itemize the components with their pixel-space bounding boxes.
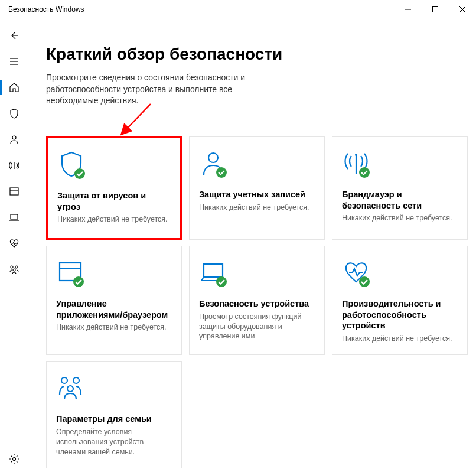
family-icon [56,373,84,402]
minimize-button[interactable] [395,0,422,19]
tile-desc: Никаких действий не требуется. [342,334,458,344]
main-content: Краткий обзор безопасности Просмотрите с… [28,19,476,472]
check-badge-icon [74,168,86,180]
nav-settings[interactable] [0,446,28,472]
tile-title: Защита от вирусов и угроз [57,190,171,213]
nav-family[interactable] [0,256,28,282]
nav-app-control[interactable] [0,178,28,204]
menu-button[interactable] [0,48,28,74]
close-button[interactable] [449,0,476,19]
nav-virus-protection[interactable] [0,100,28,126]
nav-account-protection[interactable] [0,126,28,152]
tile-title: Параметры для семьи [56,414,172,425]
svg-point-17 [74,168,85,179]
svg-point-19 [216,167,227,178]
svg-point-14 [15,266,18,268]
svg-point-21 [355,154,357,156]
tile-desc: Определяйте условия использования устрой… [56,427,172,457]
page-title: Краткий обзор безопасности [46,45,458,64]
svg-point-29 [61,377,67,383]
check-badge-icon [73,276,84,288]
tile-family[interactable]: Параметры для семьи Определяйте условия … [46,361,182,468]
tile-desc: Никаких действий не требуется. [199,203,315,213]
window-title: Безопасность Windows [8,5,84,14]
tiles-grid: Защита от вирусов и угроз Никаких действ… [46,136,458,468]
titlebar: Безопасность Windows [0,0,476,19]
page-subtitle: Просмотрите сведения о состоянии безопас… [46,72,282,107]
nav-device-security[interactable] [0,204,28,230]
tile-title: Управление приложениями/браузером [56,298,172,321]
svg-point-31 [67,386,73,392]
check-badge-icon [216,276,227,288]
tile-title: Безопасность устройства [199,298,315,310]
svg-point-30 [73,377,79,383]
nav-device-health[interactable] [0,230,28,256]
tile-desc: Никаких действий не требуется. [57,214,171,224]
svg-point-8 [12,136,16,139]
tile-app-control[interactable]: Управление приложениями/браузером Никаки… [46,246,182,355]
sidebar [0,19,28,472]
svg-point-28 [359,276,370,287]
svg-point-18 [208,153,218,162]
svg-rect-9 [10,188,18,195]
back-button[interactable] [0,22,28,48]
maximize-button[interactable] [422,0,449,19]
svg-rect-1 [433,7,438,12]
svg-rect-26 [204,264,223,277]
svg-rect-11 [11,214,18,219]
tile-desc: Просмотр состояния функций защиты оборуд… [199,312,315,342]
check-badge-icon [358,276,370,288]
tile-title: Защита учетных записей [199,189,315,200]
tile-device-security[interactable]: Безопасность устройства Просмотр состоян… [189,246,325,355]
tile-title: Брандмауэр и безопасность сети [342,189,458,211]
tile-title: Производительность и работоспособность у… [342,298,458,332]
svg-point-13 [11,266,13,268]
svg-point-22 [359,167,370,178]
nav-home[interactable] [0,74,28,100]
tile-account-protection[interactable]: Защита учетных записей Никаких действий … [189,136,325,240]
svg-point-16 [13,458,16,461]
tile-desc: Никаких действий не требуется. [56,323,172,333]
tile-virus-protection[interactable]: Защита от вирусов и угроз Никаких действ… [46,136,182,240]
tile-device-health[interactable]: Производительность и работоспособность у… [332,246,468,355]
nav-firewall[interactable] [0,152,28,178]
svg-point-15 [13,269,15,271]
tile-firewall[interactable]: Брандмауэр и безопасность сети Никаких д… [332,136,468,240]
tile-desc: Никаких действий не требуется. [342,213,458,223]
check-badge-icon [358,167,370,178]
check-badge-icon [216,167,227,178]
svg-point-25 [73,276,84,287]
svg-point-27 [216,276,227,287]
